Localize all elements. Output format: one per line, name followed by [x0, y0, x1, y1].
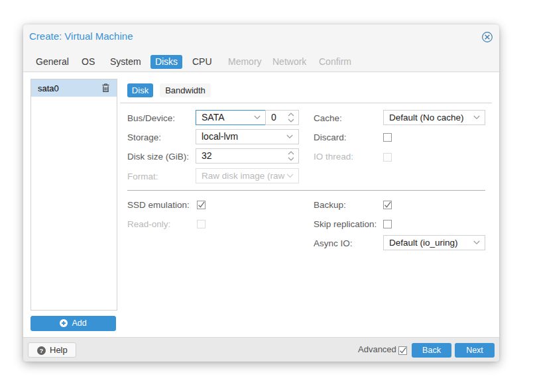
svg-text:?: ?: [40, 347, 44, 354]
